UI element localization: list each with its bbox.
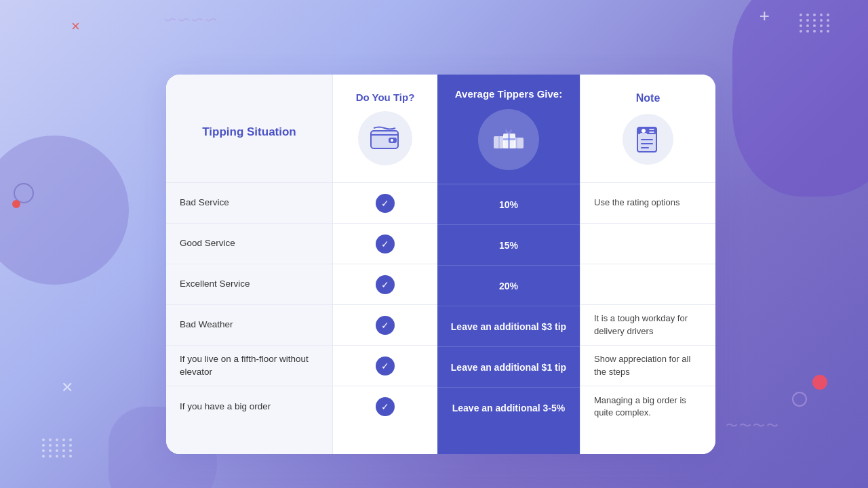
col-note-header: Note xyxy=(580,75,715,183)
row-tip-3: ✓ xyxy=(333,305,437,346)
deco-wave-bottomright: 〜〜〜〜 xyxy=(726,418,780,434)
row-avg-1: 15% xyxy=(437,225,580,266)
note-icon xyxy=(635,125,662,155)
row-situation-2: Excellent Service xyxy=(166,264,332,305)
deco-wave-topleft: 〜〜〜〜 xyxy=(163,12,217,28)
note-text-0: Use the rating options xyxy=(594,197,679,209)
col-situation-title: Tipping Situation xyxy=(202,125,296,139)
deco-plus-top: + xyxy=(760,7,770,24)
row-note-3: It is a tough workday for delivery drive… xyxy=(580,305,715,346)
note-text-4: Show appreciation for all the steps xyxy=(594,353,702,378)
row-tip-5: ✓ xyxy=(333,386,437,427)
col-situation: Tipping Situation Bad Service Good Servi… xyxy=(166,75,332,454)
deco-dots-bottomleft xyxy=(42,439,73,458)
note-text-3: It is a tough workday for delivery drive… xyxy=(594,312,702,337)
small-circle-left xyxy=(14,183,34,203)
row-situation-3: Bad Weather xyxy=(166,305,332,346)
svg-rect-5 xyxy=(514,138,524,148)
small-circle-right xyxy=(792,392,807,407)
wallet-icon xyxy=(370,125,401,151)
situation-text-5: If you have a big order xyxy=(180,401,271,413)
avg-text-1: 15% xyxy=(499,240,518,251)
row-tip-1: ✓ xyxy=(333,224,437,264)
row-situation-4: If you live on a fifth-floor without ele… xyxy=(166,346,332,386)
check-5: ✓ xyxy=(376,397,395,416)
svg-rect-6 xyxy=(508,134,510,148)
tip-rows: ✓ ✓ ✓ ✓ ✓ ✓ xyxy=(333,183,437,427)
svg-rect-9 xyxy=(516,138,517,148)
svg-rect-7 xyxy=(503,138,515,140)
deco-x-topleft: × xyxy=(71,19,80,34)
gift-icon xyxy=(491,124,526,155)
svg-point-2 xyxy=(391,139,393,142)
situation-text-0: Bad Service xyxy=(180,197,229,209)
row-note-4: Show appreciation for all the steps xyxy=(580,346,715,386)
row-note-5: Managing a big order is quite complex. xyxy=(580,386,715,427)
row-tip-2: ✓ xyxy=(333,264,437,305)
row-situation-0: Bad Service xyxy=(166,183,332,224)
check-0: ✓ xyxy=(376,194,395,213)
row-avg-4: Leave an additional $1 tip xyxy=(437,347,580,388)
deco-dots-topright xyxy=(800,14,831,33)
row-situation-5: If you have a big order xyxy=(166,386,332,427)
avg-text-5: Leave an additional 3-5% xyxy=(452,403,566,413)
svg-rect-11 xyxy=(637,127,656,134)
blob-left xyxy=(0,136,129,285)
situation-text-1: Good Service xyxy=(180,237,235,250)
col-avg-header: Average Tippers Give: xyxy=(437,75,580,184)
col-note-title: Note xyxy=(636,92,660,104)
row-tip-0: ✓ xyxy=(333,183,437,224)
red-dot xyxy=(12,200,20,208)
row-avg-0: 10% xyxy=(437,184,580,225)
note-rows: Use the rating options It is a tough wor… xyxy=(580,183,715,427)
deco-asterisk-bottom: ✕ xyxy=(61,379,73,396)
row-situation-1: Good Service xyxy=(166,224,332,264)
note-icon-circle xyxy=(623,114,673,165)
row-tip-4: ✓ xyxy=(333,346,437,386)
situation-text-4: If you live on a fifth-floor without ele… xyxy=(180,353,319,379)
svg-point-15 xyxy=(642,129,646,133)
avg-text-0: 10% xyxy=(499,199,518,210)
col-tip: Do You Tip? ✓ ✓ ✓ xyxy=(332,75,437,454)
row-note-1 xyxy=(580,224,715,264)
row-avg-2: 20% xyxy=(437,266,580,306)
check-1: ✓ xyxy=(376,235,395,253)
row-avg-3: Leave an additional $3 tip xyxy=(437,306,580,347)
check-2: ✓ xyxy=(376,275,395,294)
gift-icon-circle xyxy=(478,109,539,170)
col-note: Note xyxy=(580,75,715,454)
col-avg-title: Average Tippers Give: xyxy=(455,88,562,100)
col-tip-header: Do You Tip? xyxy=(333,75,437,183)
check-3: ✓ xyxy=(376,316,395,335)
row-note-2 xyxy=(580,264,715,305)
main-card: Tipping Situation Bad Service Good Servi… xyxy=(166,75,715,454)
row-avg-5: Leave an additional 3-5% xyxy=(437,388,580,428)
situation-text-3: Bad Weather xyxy=(180,319,233,331)
avg-text-4: Leave an additional $1 tip xyxy=(451,362,566,373)
avg-rows: 10% 15% 20% Leave an additional $3 tip L… xyxy=(437,184,580,428)
situation-rows: Bad Service Good Service Excellent Servi… xyxy=(166,183,332,454)
col-situation-header: Tipping Situation xyxy=(166,75,332,183)
svg-rect-8 xyxy=(498,136,500,148)
wallet-icon-circle xyxy=(358,111,412,165)
avg-text-2: 20% xyxy=(499,281,518,291)
check-4: ✓ xyxy=(376,357,395,375)
col-tip-title: Do You Tip? xyxy=(356,92,415,103)
col-avg: Average Tippers Give: xyxy=(437,75,580,454)
situation-text-2: Excellent Service xyxy=(180,278,250,291)
avg-text-3: Leave an additional $3 tip xyxy=(451,321,566,332)
pink-dot-right xyxy=(812,375,827,390)
row-note-0: Use the rating options xyxy=(580,183,715,224)
note-text-5: Managing a big order is quite complex. xyxy=(594,394,702,419)
